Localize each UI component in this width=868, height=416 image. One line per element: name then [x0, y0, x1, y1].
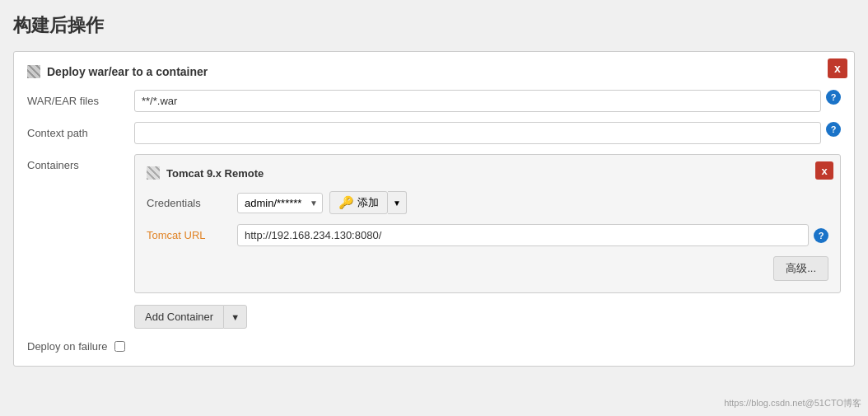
tomcat-url-label: Tomcat URL — [147, 229, 237, 241]
container-box-header: Tomcat 9.x Remote — [147, 166, 828, 180]
context-path-input[interactable] — [134, 122, 821, 144]
page-title: 构建后操作 — [13, 13, 855, 38]
credentials-label: Credentials — [147, 197, 237, 209]
tomcat-url-row: Tomcat URL ? — [147, 224, 828, 246]
credentials-row: Credentials admin/****** ▼ 🔑 添加 — [147, 191, 828, 214]
section-close-button[interactable]: x — [828, 58, 847, 78]
credentials-controls: admin/****** ▼ 🔑 添加 ▼ — [237, 191, 407, 214]
tomcat-url-input[interactable] — [237, 224, 809, 246]
add-container-button[interactable]: Add Container — [134, 305, 223, 329]
container-box-icon — [147, 166, 160, 180]
war-ear-help-icon[interactable]: ? — [826, 90, 841, 105]
add-container-row: Add Container ▼ — [134, 305, 841, 329]
deploy-failure-checkbox[interactable] — [114, 341, 125, 352]
section-header: Deploy war/ear to a container — [27, 65, 841, 78]
containers-area: x Tomcat 9.x Remote Credentials admin/**… — [134, 154, 841, 329]
key-icon: 🔑 — [338, 195, 354, 210]
deploy-failure-row: Deploy on failure — [27, 340, 841, 353]
container-title: Tomcat 9.x Remote — [166, 167, 264, 180]
context-path-help-icon[interactable]: ? — [826, 122, 841, 137]
section-header-icon — [27, 65, 40, 78]
add-container-btn-group: Add Container ▼ — [134, 305, 247, 329]
war-ear-label: WAR/EAR files — [27, 90, 134, 107]
context-path-row: Context path ? — [27, 122, 841, 144]
containers-row: Containers x Tomcat 9.x Remote Credentia… — [27, 154, 841, 329]
add-credentials-btn-group: 🔑 添加 ▼ — [329, 191, 407, 214]
credentials-select-wrapper: admin/****** ▼ — [237, 193, 323, 213]
add-credentials-dropdown-button[interactable]: ▼ — [388, 191, 407, 214]
deploy-section-card: x Deploy war/ear to a container WAR/EAR … — [13, 51, 855, 367]
section-title: Deploy war/ear to a container — [47, 65, 208, 78]
add-credentials-button[interactable]: 🔑 添加 — [329, 191, 388, 214]
war-ear-input[interactable] — [134, 90, 821, 112]
containers-label: Containers — [27, 154, 134, 171]
tomcat-url-help-icon[interactable]: ? — [814, 228, 828, 243]
credentials-select[interactable]: admin/****** — [237, 193, 323, 213]
advanced-row: 高级... — [147, 256, 828, 281]
add-container-dropdown-button[interactable]: ▼ — [223, 305, 247, 329]
container-close-button[interactable]: x — [815, 161, 833, 180]
war-ear-row: WAR/EAR files ? — [27, 90, 841, 112]
add-credentials-label: 添加 — [357, 195, 379, 210]
context-path-label: Context path — [27, 122, 134, 139]
container-box: x Tomcat 9.x Remote Credentials admin/**… — [134, 154, 841, 293]
advanced-button[interactable]: 高级... — [773, 256, 828, 281]
deploy-failure-label: Deploy on failure — [27, 340, 108, 353]
